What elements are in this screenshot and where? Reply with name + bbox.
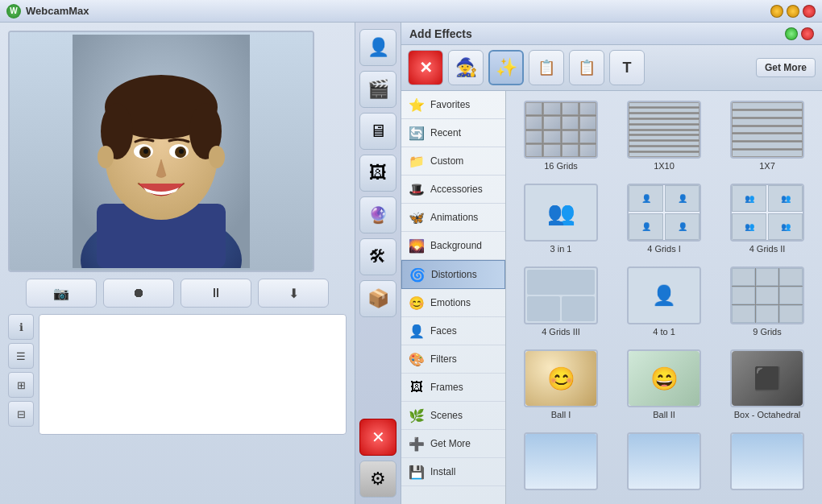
category-item-accessories[interactable]: 🎩 Accessories: [401, 176, 505, 204]
category-item-faces[interactable]: 👤 Faces: [401, 317, 505, 345]
right-panel: Add Effects ✕ 🧙 ✨ 📋 📋 T Get More ⭐ Favor…: [401, 23, 822, 504]
svg-point-12: [143, 149, 148, 154]
category-icon: 🌀: [409, 266, 426, 283]
category-label: Animations: [430, 212, 478, 223]
effect-thumbnail: [627, 101, 701, 159]
effect-item-9-grids[interactable]: 9 Grids: [719, 263, 816, 340]
remove-tool-button[interactable]: ✕: [359, 419, 396, 456]
effect-thumbnail: 👥: [524, 184, 598, 242]
category-label: Get More: [430, 438, 471, 449]
effects-expand-button[interactable]: [785, 27, 798, 40]
category-item-recent[interactable]: 🔄 Recent: [401, 119, 505, 147]
clapperboard-tool-button[interactable]: 🎬: [359, 71, 396, 108]
remove-effect-button[interactable]: ✕: [408, 50, 443, 85]
effect-label: Ball I: [551, 410, 571, 419]
effect-item-4-grids-iii[interactable]: 4 Grids III: [513, 263, 609, 340]
effect-item-[interactable]: [719, 429, 816, 496]
category-icon: 💾: [408, 463, 426, 481]
info-sidebar: ℹ ☰ ⊞ ⊟: [8, 314, 34, 435]
effect-item-16-grids[interactable]: 16 Grids: [513, 97, 609, 174]
category-icon: 🎨: [408, 350, 426, 368]
effect-item-1x10[interactable]: 1X10: [616, 97, 712, 174]
category-icon: 🖼: [408, 378, 426, 396]
effect-label: 1X10: [654, 161, 675, 171]
category-label: Faces: [430, 325, 457, 337]
monitor-tool-button[interactable]: 🖥: [359, 113, 396, 150]
person-tool-button[interactable]: 👤: [359, 29, 396, 66]
effect-thumbnail: [524, 101, 598, 159]
category-label: Custom: [430, 155, 463, 167]
effect-thumbnail: [524, 432, 598, 490]
minimize-button[interactable]: [770, 5, 783, 18]
pause-button[interactable]: ⏸: [181, 279, 251, 308]
wizard-effect-button[interactable]: 🧙: [448, 50, 484, 85]
settings-tool-button[interactable]: ⚙: [359, 461, 396, 498]
category-label: Accessories: [430, 184, 483, 195]
record-button[interactable]: ⏺: [103, 279, 174, 308]
category-item-distortions[interactable]: 🌀 Distortions: [401, 260, 505, 289]
effect-item-[interactable]: [513, 429, 609, 496]
effect-item-box---octahedral[interactable]: ⬛ Box - Octahedral: [719, 346, 816, 423]
effect-thumbnail: [730, 266, 804, 324]
category-item-background[interactable]: 🌄 Background: [401, 232, 505, 260]
get-more-button[interactable]: Get More: [756, 58, 816, 77]
category-item-install[interactable]: 💾 Install: [401, 458, 505, 486]
category-item-scenes[interactable]: 🌿 Scenes: [401, 402, 505, 430]
app-logo: W: [6, 4, 21, 19]
effect-item-[interactable]: [616, 429, 712, 496]
category-icon: 👤: [408, 322, 426, 340]
title-bar: W WebcamMax: [0, 0, 822, 23]
webcam-view: [8, 31, 314, 272]
category-item-filters[interactable]: 🎨 Filters: [401, 345, 505, 374]
effect-item-1x7[interactable]: 1X7: [719, 97, 816, 174]
effect-item-3-in-1[interactable]: 👥 3 in 1: [513, 180, 609, 257]
maximize-button[interactable]: [787, 5, 799, 18]
effect-item-4-grids-ii[interactable]: 👥👥👥👥 4 Grids II: [719, 180, 816, 257]
effect-item-ball-i[interactable]: 😊 Ball I: [513, 346, 609, 423]
effect-label: 4 to 1: [653, 327, 675, 337]
effect-item-4-to-1[interactable]: 👤 4 to 1: [616, 263, 712, 340]
close-button[interactable]: [803, 5, 816, 18]
category-item-favorites[interactable]: ⭐ Favorites: [401, 91, 505, 119]
list-button[interactable]: ☰: [8, 343, 34, 369]
effects-grid-wrapper[interactable]: 16 Grids 1X10 1X7 👥 3 in 1 👤👤👤👤 4 Grids …: [506, 91, 822, 504]
info-button[interactable]: ℹ: [8, 314, 34, 340]
text-effect-button[interactable]: T: [609, 50, 645, 85]
effect-thumbnail: 👤: [627, 266, 701, 324]
tools-tool-button[interactable]: 🛠: [359, 238, 396, 275]
effects-header-buttons: [785, 27, 814, 40]
sparkle-effect-button[interactable]: ✨: [488, 50, 524, 85]
camera-button[interactable]: 📷: [26, 279, 97, 308]
category-item-frames[interactable]: 🖼 Frames: [401, 374, 505, 402]
clip2-effect-button[interactable]: 📋: [569, 50, 604, 85]
effects-header: Add Effects: [401, 23, 822, 45]
title-bar-controls: [770, 5, 816, 18]
clip1-effect-button[interactable]: 📋: [529, 50, 564, 85]
picture-tool-button[interactable]: 🖼: [359, 155, 396, 192]
category-label: Background: [430, 240, 482, 251]
effect-item-4-grids-i[interactable]: 👤👤👤👤 4 Grids I: [616, 180, 712, 257]
grid-button[interactable]: ⊞: [8, 372, 34, 398]
category-item-get-more[interactable]: ➕ Get More: [401, 430, 505, 458]
effect-item-ball-ii[interactable]: 😄 Ball II: [616, 346, 712, 423]
category-item-custom[interactable]: 📁 Custom: [401, 147, 505, 176]
effects-title: Add Effects: [409, 27, 472, 40]
category-icon: ➕: [408, 435, 426, 452]
split-button[interactable]: ⊟: [8, 401, 34, 427]
svg-point-13: [179, 149, 184, 154]
category-item-animations[interactable]: 🦋 Animations: [401, 204, 505, 232]
category-label: Scenes: [430, 410, 463, 421]
category-label: Install: [430, 466, 455, 477]
category-item-emotions[interactable]: 😊 Emotions: [401, 289, 505, 317]
box-tool-button[interactable]: 📦: [359, 280, 396, 317]
effect-label: 3 in 1: [550, 244, 572, 254]
effect-thumbnail: ⬛: [730, 349, 804, 407]
effects-toolbar: ✕ 🧙 ✨ 📋 📋 T Get More: [401, 45, 822, 91]
download-button[interactable]: ⬇: [258, 279, 329, 308]
effects-close-button[interactable]: [801, 27, 814, 40]
svg-point-14: [98, 146, 114, 168]
category-label: Filters: [430, 353, 457, 365]
magic-tool-button[interactable]: 🔮: [359, 196, 396, 233]
effect-thumbnail: [627, 432, 701, 490]
category-label: Favorites: [430, 99, 470, 110]
